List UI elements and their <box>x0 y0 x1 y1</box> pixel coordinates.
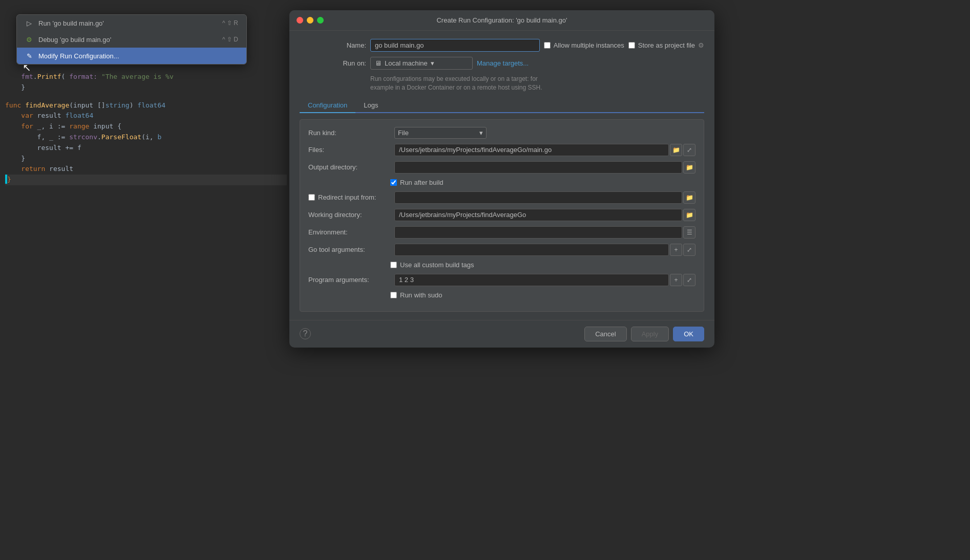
run-on-dropdown[interactable]: 🖥 Local machine ▾ <box>370 57 473 70</box>
run-with-sudo-label: Run with sudo <box>400 291 442 299</box>
window-controls <box>297 17 324 24</box>
program-args-field[interactable]: 1 2 3 <box>394 274 669 286</box>
dialog-titlebar: Create Run Configuration: 'go build main… <box>289 10 714 31</box>
run-kind-label: Run kind: <box>308 129 390 137</box>
run-after-build-row: Run after build <box>390 179 695 186</box>
run-after-build-checkbox[interactable] <box>390 179 397 186</box>
files-expand-button[interactable]: ⤢ <box>683 144 695 156</box>
environment-row: Environment: ☰ <box>308 226 695 239</box>
files-field-group: /Users/jetbrains/myProjects/findAverageG… <box>394 144 695 156</box>
allow-multiple-label: Allow multiple instances <box>554 41 624 49</box>
run-with-sudo-checkbox[interactable] <box>390 292 397 298</box>
go-tool-args-expand-button[interactable]: ⤢ <box>683 244 695 256</box>
context-menu: ▷ Run 'go build main.go' ^ ⇧ R ⚙ Debug '… <box>16 14 247 64</box>
program-args-expand-button[interactable]: ⤢ <box>683 274 695 286</box>
computer-icon: 🖥 <box>375 59 382 67</box>
run-kind-row: Run kind: File ▾ <box>308 127 695 139</box>
tab-logs[interactable]: Logs <box>355 98 386 113</box>
go-tool-args-field-group: + ⤢ <box>394 244 695 256</box>
redirect-input-checkbox[interactable] <box>308 194 315 201</box>
program-args-label: Program arguments: <box>308 276 390 284</box>
redirect-input-row: Redirect input from: 📁 <box>308 191 695 204</box>
menu-item-run[interactable]: ▷ Run 'go build main.go' ^ ⇧ R <box>17 15 246 31</box>
store-as-project-label: Store as project file <box>638 41 695 49</box>
modify-icon: ✎ <box>25 52 33 60</box>
go-tool-args-field[interactable] <box>394 244 669 256</box>
output-dir-field-group: 📁 <box>394 161 695 174</box>
dialog-body: Name: Allow multiple instances Store as … <box>289 31 714 320</box>
help-button[interactable]: ? <box>300 328 311 339</box>
working-dir-browse-button[interactable]: 📁 <box>683 209 695 221</box>
working-dir-row: Working directory: /Users/jetbrains/myPr… <box>308 209 695 221</box>
redirect-input-field-group: 📁 <box>394 191 695 204</box>
output-dir-label: Output directory: <box>308 163 390 171</box>
working-dir-label: Working directory: <box>308 211 390 219</box>
run-kind-chevron-icon: ▾ <box>479 129 483 137</box>
custom-tags-checkbox[interactable] <box>390 262 397 268</box>
chevron-down-icon: ▾ <box>431 59 434 67</box>
store-as-project-group: Store as project file ⚙ <box>628 41 704 49</box>
files-label: Files: <box>308 146 390 154</box>
redirect-input-browse-button[interactable]: 📁 <box>683 191 695 204</box>
cursor: ↖ <box>23 61 31 74</box>
go-tool-args-add-button[interactable]: + <box>670 244 682 256</box>
run-with-sudo-row: Run with sudo <box>390 291 695 299</box>
output-dir-row: Output directory: 📁 <box>308 161 695 174</box>
files-field[interactable]: /Users/jetbrains/myProjects/findAverageG… <box>394 144 669 156</box>
allow-multiple-checkbox[interactable] <box>544 42 551 49</box>
program-args-row: Program arguments: 1 2 3 + ⤢ <box>308 274 695 286</box>
store-as-project-checkbox[interactable] <box>628 42 635 49</box>
run-on-row: Run on: 🖥 Local machine ▾ Manage targets… <box>300 57 704 70</box>
output-dir-field[interactable] <box>394 161 682 174</box>
custom-tags-label: Use all custom build tags <box>400 261 474 269</box>
dialog-footer: ? Cancel Apply OK <box>289 320 714 348</box>
go-tool-args-label: Go tool arguments: <box>308 246 390 253</box>
program-args-add-button[interactable]: + <box>670 274 682 286</box>
program-args-field-group: 1 2 3 + ⤢ <box>394 274 695 286</box>
info-text: Run configurations may be executed local… <box>370 75 704 92</box>
name-input[interactable] <box>370 39 540 52</box>
run-config-dialog: Create Run Configuration: 'go build main… <box>289 10 714 348</box>
name-label: Name: <box>300 41 366 49</box>
run-kind-dropdown[interactable]: File ▾ <box>394 127 487 139</box>
menu-item-modify[interactable]: ✎ Modify Run Configuration... <box>17 48 246 64</box>
run-kind-value: File <box>398 129 409 137</box>
dialog-title: Create Run Configuration: 'go build main… <box>436 16 567 24</box>
environment-label: Environment: <box>308 228 390 236</box>
settings-icon[interactable]: ⚙ <box>698 41 704 49</box>
environment-field-group: ☰ <box>394 226 695 239</box>
environment-edit-button[interactable]: ☰ <box>683 226 695 239</box>
redirect-input-field[interactable] <box>394 191 682 204</box>
minimize-button[interactable] <box>307 17 313 24</box>
working-dir-field[interactable]: /Users/jetbrains/myProjects/findAverageG… <box>394 209 682 221</box>
redirect-input-label: Redirect input from: <box>318 193 376 201</box>
code-editor: fmt.Printf( format: "The average is %v }… <box>0 0 292 560</box>
run-on-value: Local machine <box>385 59 428 67</box>
output-dir-browse-button[interactable]: 📁 <box>683 161 695 174</box>
close-button[interactable] <box>297 17 303 24</box>
custom-tags-row: Use all custom build tags <box>390 261 695 269</box>
files-browse-button[interactable]: 📁 <box>670 144 682 156</box>
ok-button[interactable]: OK <box>673 327 704 341</box>
files-row: Files: /Users/jetbrains/myProjects/findA… <box>308 144 695 156</box>
debug-icon: ⚙ <box>25 35 33 44</box>
run-on-label: Run on: <box>300 59 366 67</box>
go-tool-args-row: Go tool arguments: + ⤢ <box>308 244 695 256</box>
working-dir-field-group: /Users/jetbrains/myProjects/findAverageG… <box>394 209 695 221</box>
run-after-build-label: Run after build <box>400 179 444 186</box>
tab-bar: Configuration Logs <box>300 98 704 113</box>
config-panel: Run kind: File ▾ Files: /Users/jetbrains… <box>300 119 704 312</box>
footer-buttons: Cancel Apply OK <box>584 327 704 341</box>
name-row: Name: Allow multiple instances Store as … <box>300 39 704 52</box>
cancel-button[interactable]: Cancel <box>584 327 626 341</box>
apply-button[interactable]: Apply <box>631 327 669 341</box>
allow-multiple-group: Allow multiple instances <box>544 41 624 49</box>
maximize-button[interactable] <box>317 17 324 24</box>
run-icon: ▷ <box>25 19 33 27</box>
environment-field[interactable] <box>394 226 682 239</box>
tab-configuration[interactable]: Configuration <box>300 98 355 113</box>
menu-item-debug[interactable]: ⚙ Debug 'go build main.go' ^ ⇧ D <box>17 31 246 48</box>
manage-targets-link[interactable]: Manage targets... <box>477 59 529 67</box>
